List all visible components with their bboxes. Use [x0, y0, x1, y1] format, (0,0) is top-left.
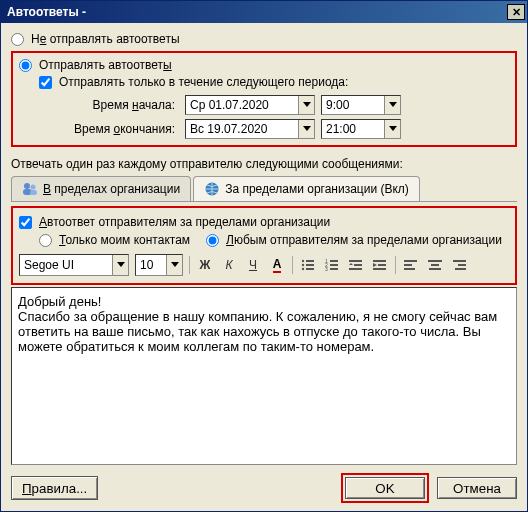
svg-rect-31 [453, 260, 466, 262]
radio-no-send[interactable] [11, 33, 24, 46]
radio-any-sender[interactable] [206, 234, 219, 247]
dialog-buttons: Правила... OK Отмена [11, 465, 517, 503]
svg-rect-33 [455, 268, 466, 270]
svg-point-1 [31, 185, 36, 190]
svg-text:3: 3 [325, 266, 328, 272]
end-date-combo[interactable] [185, 119, 315, 139]
svg-marker-22 [373, 263, 377, 267]
svg-rect-6 [306, 260, 314, 262]
start-date-input[interactable] [186, 96, 298, 114]
titlebar: Автоответы - ✕ [1, 1, 527, 23]
cancel-button[interactable]: Отмена [437, 477, 517, 499]
tabs: В пределах организации За пределами орга… [11, 176, 517, 201]
autoreply-dialog: Автоответы - ✕ Не Не отправлять автоотве… [0, 0, 528, 512]
radio-no-send-row[interactable]: Не Не отправлять автоответыотправлять ав… [11, 32, 517, 46]
close-button[interactable]: ✕ [507, 4, 525, 20]
svg-rect-23 [378, 264, 386, 266]
message-editor[interactable]: Добрый день! Спасибо за обращение в нашу… [11, 287, 517, 465]
align-left-icon[interactable] [402, 256, 420, 274]
chevron-down-icon[interactable] [298, 96, 314, 114]
start-date-combo[interactable] [185, 95, 315, 115]
font-name-input[interactable] [20, 255, 112, 275]
numbering-icon[interactable]: 123 [323, 256, 341, 274]
chevron-down-icon[interactable] [384, 120, 400, 138]
start-time-combo[interactable] [321, 95, 401, 115]
svg-point-7 [302, 264, 304, 266]
tab-outside-label: За пределами организации (Вкл) [225, 182, 409, 196]
bold-button[interactable]: Ж [196, 256, 214, 274]
svg-rect-21 [373, 260, 386, 262]
svg-rect-30 [429, 268, 441, 270]
svg-rect-16 [330, 268, 338, 270]
svg-rect-12 [330, 260, 338, 262]
end-label: Время окончания: [59, 122, 179, 136]
tab-outside-org[interactable]: За пределами организации (Вкл) [193, 176, 420, 201]
window-title: Автоответы - [7, 5, 507, 19]
svg-rect-32 [458, 264, 466, 266]
indent-icon[interactable] [371, 256, 389, 274]
bullets-icon[interactable] [299, 256, 317, 274]
reply-once-label: Отвечать один раз каждому отправителю сл… [11, 157, 517, 171]
radio-only-contacts[interactable] [39, 234, 52, 247]
svg-rect-17 [349, 260, 362, 262]
check-period[interactable] [39, 76, 52, 89]
radio-no-send-label: Не Не отправлять автоответыотправлять ав… [31, 32, 180, 46]
font-size-input[interactable] [136, 255, 166, 275]
svg-rect-28 [428, 260, 442, 262]
font-name-combo[interactable] [19, 254, 129, 276]
radio-send-label: Отправлять автоответы [39, 58, 172, 72]
svg-rect-8 [306, 264, 314, 266]
svg-rect-20 [349, 268, 362, 270]
start-time-input[interactable] [322, 96, 384, 114]
separator [292, 256, 293, 274]
chevron-down-icon[interactable] [166, 255, 182, 275]
svg-point-0 [24, 183, 30, 189]
chevron-down-icon[interactable] [298, 120, 314, 138]
chevron-down-icon[interactable] [384, 96, 400, 114]
svg-rect-3 [30, 190, 37, 195]
end-date-input[interactable] [186, 120, 298, 138]
radio-only-contacts-label: Только моим контактам [59, 233, 190, 247]
globe-icon [204, 181, 220, 197]
svg-rect-19 [354, 264, 362, 266]
people-icon [22, 181, 38, 197]
separator [189, 256, 190, 274]
start-label: Время начала: [59, 98, 179, 112]
align-right-icon[interactable] [450, 256, 468, 274]
align-center-icon[interactable] [426, 256, 444, 274]
radio-send[interactable] [19, 59, 32, 72]
check-period-label: Отправлять только в течение следующего п… [59, 75, 348, 89]
end-time-input[interactable] [322, 120, 384, 138]
svg-marker-18 [349, 263, 353, 265]
end-time-combo[interactable] [321, 119, 401, 139]
tab-inside-org[interactable]: В пределах организации [11, 176, 191, 201]
svg-rect-10 [306, 268, 314, 270]
svg-rect-25 [404, 260, 417, 262]
check-auto-reply-outside[interactable] [19, 216, 32, 229]
rules-button[interactable]: Правила... [11, 476, 98, 500]
editor-toolbar: Ж К Ч A 123 [19, 253, 509, 277]
check-outside-row[interactable]: Автоответ отправителям за пределами орга… [19, 215, 509, 229]
font-size-combo[interactable] [135, 254, 183, 276]
svg-rect-29 [431, 264, 439, 266]
ok-highlight: OK [341, 473, 429, 503]
separator [395, 256, 396, 274]
font-color-button[interactable]: A [268, 256, 286, 274]
underline-button[interactable]: Ч [244, 256, 262, 274]
svg-rect-14 [330, 264, 338, 266]
radio-send-row[interactable]: Отправлять автоответы [19, 58, 509, 72]
chevron-down-icon[interactable] [112, 255, 128, 275]
check-period-row[interactable]: Отправлять только в течение следующего п… [39, 75, 509, 89]
svg-rect-27 [404, 268, 415, 270]
outdent-icon[interactable] [347, 256, 365, 274]
svg-point-9 [302, 268, 304, 270]
send-settings-highlight: Отправлять автоответы Отправлять только … [11, 51, 517, 147]
period-grid: Время начала: Время окончания: [59, 95, 509, 139]
italic-button[interactable]: К [220, 256, 238, 274]
svg-rect-26 [404, 264, 412, 266]
check-auto-reply-outside-label: Автоответ отправителям за пределами орга… [39, 215, 330, 229]
ok-button[interactable]: OK [345, 477, 425, 499]
svg-rect-24 [373, 268, 386, 270]
radio-any-sender-label: Любым отправителям за пределами организа… [226, 233, 502, 247]
svg-point-5 [302, 260, 304, 262]
